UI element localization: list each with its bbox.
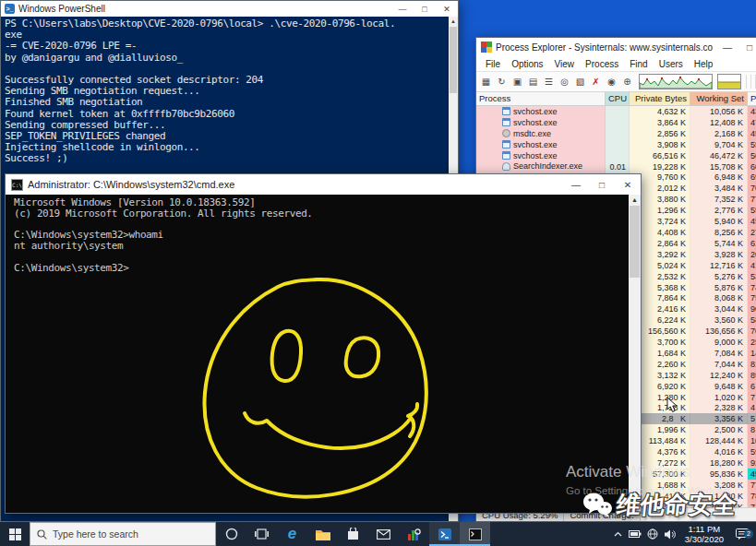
show-dlls-icon[interactable]: ◎: [558, 75, 571, 89]
process-pid-cell: 14: [748, 348, 756, 359]
process-private-bytes-cell: 3,908 K: [630, 139, 690, 150]
process-pid-cell: 59: [748, 446, 756, 457]
process-cpu-cell: 0.01: [606, 161, 630, 172]
find-window-icon[interactable]: ⊕: [620, 75, 634, 89]
minimize-button[interactable]: —: [716, 38, 738, 56]
menu-item-options[interactable]: Options: [506, 59, 548, 69]
process-row[interactable]: svchost.exe66,516 K46,472 K50: [476, 150, 756, 161]
process-explorer-taskbar-button[interactable]: [399, 522, 429, 546]
maximize-button[interactable]: □: [738, 38, 756, 56]
process-private-bytes-cell: 19,228 K: [630, 161, 690, 172]
menu-item-view[interactable]: View: [549, 59, 581, 69]
cmd-title: Administrator: C:\Windows\system32\cmd.e…: [28, 179, 234, 190]
process-pid-cell: 60: [748, 161, 756, 172]
close-button[interactable]: ✕: [436, 1, 458, 17]
scroll-up-icon[interactable]: ▲: [629, 195, 641, 206]
save-icon[interactable]: ▦: [479, 75, 493, 89]
taskbar-spacer: [490, 522, 610, 546]
show-tree-icon[interactable]: ☰: [542, 75, 556, 89]
network-tray-button[interactable]: [645, 528, 661, 540]
cortana-button[interactable]: [216, 522, 246, 546]
process-row[interactable]: msdtc.exe2,856 K2,168 K45: [476, 128, 756, 139]
mail-button[interactable]: [368, 522, 399, 546]
task-view-button[interactable]: [246, 522, 277, 546]
close-button[interactable]: ✕: [615, 174, 641, 195]
process-working-set-cell: 8,256 K: [690, 227, 748, 238]
cmd-scrollbar[interactable]: ▲: [629, 195, 641, 513]
process-cpu-cell: [606, 150, 630, 161]
process-pid-cell: 77: [748, 480, 756, 491]
system-tray: 1:11 PM 3/30/2020 2: [610, 522, 756, 546]
process-cpu-cell: [606, 128, 630, 139]
process-pid-cell: 45: [748, 216, 756, 227]
process-pid-cell: 70: [748, 326, 756, 337]
process-pid-cell: 8: [748, 424, 756, 435]
process-pid-cell: 90: [748, 303, 756, 315]
cmd-icon: [469, 528, 482, 540]
power-tray-button[interactable]: [628, 530, 643, 538]
cmd-titlebar[interactable]: C:\ Administrator: C:\Windows\system32\c…: [6, 174, 641, 195]
process-explorer-titlebar[interactable]: Process Explorer - Sysinternals: www.sys…: [476, 38, 756, 56]
menu-item-process[interactable]: Process: [580, 59, 624, 69]
menu-item-help[interactable]: Help: [689, 59, 719, 69]
process-row[interactable]: svchost.exe3,908 K9,704 K55: [476, 139, 756, 150]
notification-center-button[interactable]: 2: [730, 528, 754, 540]
process-working-set-cell: 4,016 K: [690, 446, 748, 457]
process-working-set-cell: 2,168 K: [690, 128, 748, 139]
process-row[interactable]: svchost.exe3,864 K12,408 K47: [476, 117, 756, 128]
store-button[interactable]: [338, 522, 368, 546]
process-pid-cell: 50: [748, 150, 756, 161]
volume-tray-button[interactable]: [663, 529, 678, 540]
menu-item-users[interactable]: Users: [654, 59, 689, 69]
column-header-private-bytes[interactable]: Private Bytes: [630, 92, 690, 105]
process-name-cell: svchost.exe: [476, 150, 606, 161]
column-header-cpu[interactable]: CPU: [606, 92, 630, 105]
refresh-icon[interactable]: ↻: [495, 75, 509, 89]
process-working-set-cell: 3,044 K: [690, 303, 748, 315]
process-pid-cell: 6: [748, 381, 756, 392]
process-row[interactable]: svchost.exe4,632 K10,056 K43: [476, 106, 756, 117]
maximize-button[interactable]: □: [589, 174, 615, 195]
powershell-titlebar[interactable]: >_ Windows PowerShell — □ ✕: [1, 1, 458, 17]
file-explorer-icon: [316, 528, 330, 540]
column-header-working-set[interactable]: Working Set: [690, 92, 748, 105]
commit-graph[interactable]: [717, 74, 741, 89]
menu-item-find[interactable]: Find: [624, 59, 653, 69]
cmd-output-line: C:\Windows\system32>: [14, 263, 629, 274]
search-placeholder: Type here to search: [53, 528, 138, 540]
column-header-pid[interactable]: P: [748, 92, 756, 105]
search-input[interactable]: Type here to search: [30, 522, 216, 546]
powershell-taskbar-button[interactable]: [429, 522, 460, 546]
system-info-icon[interactable]: ▣: [510, 75, 524, 89]
minimize-button[interactable]: —: [563, 174, 589, 195]
minimize-button[interactable]: —: [391, 1, 414, 17]
process-pid-cell: 92: [748, 457, 756, 469]
cmd-taskbar-button[interactable]: [460, 522, 490, 546]
cmd-console[interactable]: Microsoft Windows [Version 10.0.18363.59…: [6, 195, 629, 513]
find-icon[interactable]: ◉: [605, 75, 618, 89]
column-header-process[interactable]: Process: [476, 92, 606, 105]
maximize-button[interactable]: □: [414, 1, 436, 17]
process-working-set-cell: 46,472 K: [690, 150, 748, 161]
process-working-set-cell: 95,836 K: [690, 469, 748, 480]
taskbar-clock[interactable]: 1:11 PM 3/30/2020: [680, 524, 728, 544]
task-view-icon: [255, 528, 269, 540]
file-explorer-button[interactable]: [307, 522, 338, 546]
show-details-icon[interactable]: ▤: [526, 75, 540, 89]
cpu-graph[interactable]: [639, 74, 713, 89]
tray-expand-button[interactable]: [610, 531, 626, 537]
start-button[interactable]: [0, 522, 30, 546]
scrollbar-thumb[interactable]: [630, 206, 640, 278]
properties-icon[interactable]: ▧: [573, 75, 587, 89]
edge-button[interactable]: e: [277, 522, 307, 546]
scrollbar-thumb[interactable]: [450, 27, 457, 93]
process-working-set-cell: 128,444 K: [690, 435, 748, 446]
toolbar-gripper: [746, 75, 756, 89]
process-name-cell: svchost.exe: [476, 139, 606, 150]
menu-item-file[interactable]: File: [480, 59, 506, 69]
process-working-set-cell: 7,084 K: [690, 348, 748, 359]
kill-process-icon[interactable]: ✗: [589, 75, 603, 89]
scroll-up-icon[interactable]: ▲: [449, 17, 458, 26]
process-working-set-cell: 3,560 K: [690, 315, 748, 326]
process-row[interactable]: SearchIndexer.exe0.0119,228 K15,708 K60: [476, 161, 756, 172]
